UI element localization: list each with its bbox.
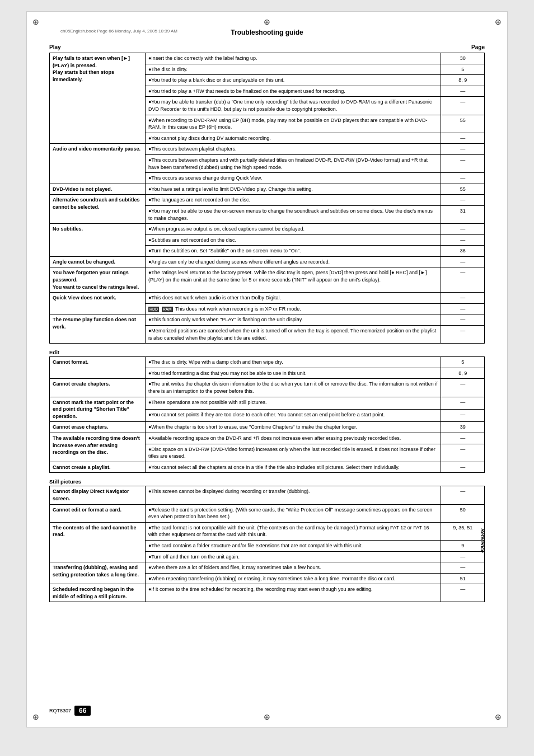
page-cell: —	[441, 551, 485, 562]
problem-cell: DVD-Video is not played.	[50, 184, 146, 195]
table-row: Alternative soundtrack and subtitles can…	[50, 195, 485, 206]
cause-cell: ●When repeating transferring (dubbing) o…	[145, 573, 441, 584]
page-cell: —	[441, 486, 485, 504]
problem-cell: Alternative soundtrack and subtitles can…	[50, 195, 146, 224]
table-row: You have forgotten your ratings password…	[50, 267, 485, 293]
page-cell: —	[441, 97, 485, 115]
page-cell: —	[441, 133, 485, 144]
page-cell: —	[441, 409, 485, 421]
cause-cell: ●When there are a lot of folders and fil…	[145, 562, 441, 574]
cause-cell: ●This does not work when audio is other …	[145, 293, 441, 304]
cause-cell: ●You cannot set points if they are too c…	[145, 409, 441, 421]
file-info: ch05English.book Page 66 Monday, July 4,…	[60, 29, 177, 34]
page-cell: —	[441, 433, 485, 444]
table-row: Cannot edit or format a card. ●Release t…	[50, 504, 485, 522]
page-code: RQT8307	[49, 708, 71, 713]
problem-cell: Scheduled recording began in the middle …	[50, 584, 146, 602]
page-cell: —	[441, 144, 485, 155]
still-section-header: Still pictures	[49, 478, 485, 485]
cause-cell: ●Memorized positions are canceled when t…	[145, 326, 441, 344]
corner-mark-tr: ⊕	[495, 17, 502, 26]
cause-cell: ●Turn off and then turn on the unit agai…	[145, 551, 441, 562]
problem-cell: No subtitles.	[50, 224, 146, 257]
problem-cell: Cannot format.	[50, 357, 146, 379]
corner-mark-cb: ⊕	[264, 712, 270, 721]
cause-cell: ●The unit writes the chapter division in…	[145, 379, 441, 397]
hdd-badge: HDD	[148, 307, 159, 312]
cause-cell: ●When recording to DVD-RAM using EP (8H)…	[145, 115, 441, 133]
problem-cell: Cannot create chapters.	[50, 379, 146, 397]
problem-cell: Audio and video momentarily pause.	[50, 144, 146, 184]
page-cell: —	[441, 195, 485, 206]
table-row: Cannot display Direct Navigator screen. …	[50, 486, 485, 504]
cause-cell: ●This occurs between playlist chapters.	[145, 144, 441, 155]
page-cell: 8, 9	[441, 75, 485, 86]
page-cell: —	[441, 444, 485, 462]
cause-cell: ●Disc space on a DVD-RW (DVD-Video forma…	[145, 444, 441, 462]
play-table: Play fails to start even when [►] (PLAY)…	[49, 53, 485, 344]
cause-cell: ●When progressive output is on, closed c…	[145, 224, 441, 235]
cause-cell: HDD RAM This does not work when recordin…	[145, 303, 441, 314]
page-cell: —	[441, 154, 485, 172]
page-cell: 8, 9	[441, 368, 485, 379]
problem-cell: Angle cannot be changed.	[50, 256, 146, 267]
cause-cell: ●Available recording space on the DVD-R …	[145, 433, 441, 444]
page-cell: —	[441, 379, 485, 397]
problem-cell: The available recording time doesn't inc…	[50, 433, 146, 462]
page-cell: 55	[441, 115, 485, 133]
table-row: Cannot create a playlist. ●You cannot se…	[50, 462, 485, 473]
page-cell: 9	[441, 540, 485, 551]
corner-mark-bl: ⊕	[32, 712, 39, 721]
page-cell: —	[441, 86, 485, 97]
still-section-wrapper: Still pictures Cannot display Direct Nav…	[49, 478, 485, 602]
page-cell: 5	[441, 357, 485, 368]
table-row: The available recording time doesn't inc…	[50, 433, 485, 444]
cause-cell: ●If it comes to the time scheduled for r…	[145, 584, 441, 602]
page-cell: 36	[441, 246, 485, 257]
ram-badge: RAM	[162, 307, 173, 312]
page-cell: —	[441, 256, 485, 267]
table-row: Cannot erase chapters. ●When the chapter…	[50, 422, 485, 433]
cause-cell: ●This occurs between chapters and with p…	[145, 154, 441, 172]
page-cell: —	[441, 326, 485, 344]
problem-cell: Quick View does not work.	[50, 293, 146, 314]
cause-cell: ●This function only works when "PLAY" is…	[145, 314, 441, 326]
table-row: Play fails to start even when [►] (PLAY)…	[50, 53, 485, 64]
table-row: Angle cannot be changed. ●Angles can onl…	[50, 256, 485, 267]
page-cell: 39	[441, 422, 485, 433]
page-cell: —	[441, 397, 485, 409]
page-cell: —	[441, 173, 485, 184]
page-cell: —	[441, 234, 485, 246]
cause-cell: ●You tried formatting a disc that you ma…	[145, 368, 441, 379]
cause-cell: ●Angles can only be changed during scene…	[145, 256, 441, 267]
table-row: Cannot create chapters. ●The unit writes…	[50, 379, 485, 397]
edit-table: Cannot format. ●The disc is dirty. Wipe …	[49, 356, 485, 473]
page-cell: 30	[441, 53, 485, 64]
page-cell: —	[441, 314, 485, 326]
table-row: The contents of the card cannot be read.…	[50, 522, 485, 540]
cause-cell: ●The ratings level returns to the factor…	[145, 267, 441, 293]
cause-cell: ●You may not be able to use the on-scree…	[145, 205, 441, 223]
cause-cell: ●When the chapter is too short to erase,…	[145, 422, 441, 433]
cause-cell: ●The disc is dirty.	[145, 64, 441, 75]
cause-cell: ●You tried to play a +RW that needs to b…	[145, 86, 441, 97]
problem-cell: The contents of the card cannot be read.	[50, 522, 146, 562]
page-cell: —	[441, 224, 485, 235]
play-section-header: Play Page	[49, 44, 485, 50]
page-number: 66	[74, 706, 91, 716]
cause-cell: ●Turn the subtitles on. Set "Subtitle" o…	[145, 246, 441, 257]
still-table: Cannot display Direct Navigator screen. …	[49, 486, 485, 602]
table-row: Scheduled recording began in the middle …	[50, 584, 485, 602]
cause-cell: ●You may be able to transfer (dub) a "On…	[145, 97, 441, 115]
problem-cell: Cannot mark the start point or the end p…	[50, 397, 146, 422]
cause-cell: ●The card format is not compatible with …	[145, 522, 441, 540]
page-cell: 50	[441, 504, 485, 522]
problem-cell: Play fails to start even when [►] (PLAY)…	[50, 53, 146, 144]
page-number-area: RQT8307 66	[49, 706, 91, 716]
edit-section-header: Edit	[49, 349, 485, 355]
cause-cell: ●The languages are not recorded on the d…	[145, 195, 441, 206]
corner-mark-ct: ⊕	[264, 17, 270, 26]
page-cell: —	[441, 267, 485, 293]
table-row: Cannot format. ●The disc is dirty. Wipe …	[50, 357, 485, 368]
cause-cell: ●Subtitles are not recorded on the disc.	[145, 234, 441, 246]
